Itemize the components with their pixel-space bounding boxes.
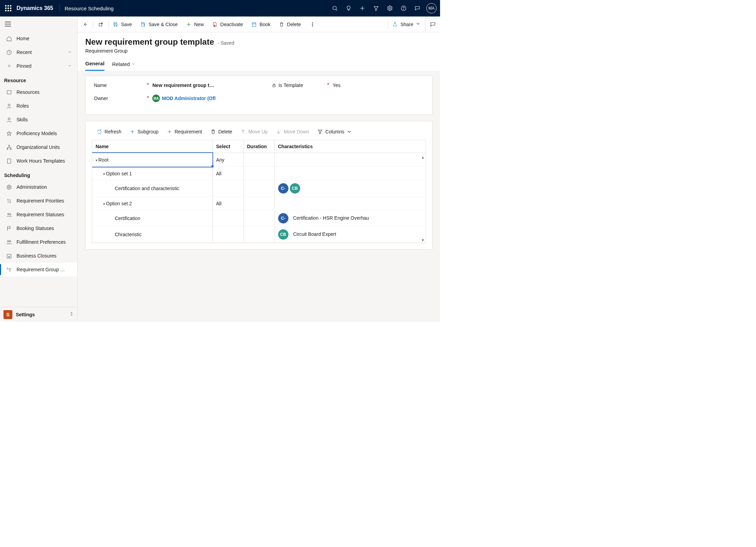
sidebar-item-proficiency[interactable]: Proficiency Models — [0, 127, 77, 140]
save-button[interactable]: Save — [109, 17, 136, 32]
characteristics-cell[interactable] — [274, 153, 426, 167]
name-cell[interactable]: ▾Root — [92, 153, 212, 167]
table-row[interactable]: Certification and characteristicC-CB — [92, 180, 426, 197]
chevron-down-icon[interactable]: ▾ — [96, 158, 98, 163]
add-icon[interactable] — [355, 0, 369, 17]
overflow-button[interactable] — [305, 17, 320, 32]
characteristics-cell[interactable]: C-CB — [274, 180, 426, 197]
search-icon[interactable] — [328, 0, 342, 17]
table-row[interactable]: CertificationC-Certification - HSR Engin… — [92, 210, 426, 227]
field-owner-value[interactable]: MOD Administrator (Ofl — [162, 96, 216, 101]
duration-cell[interactable] — [243, 210, 274, 227]
field-template-value[interactable]: Yes — [333, 83, 341, 88]
popout-button[interactable] — [93, 17, 108, 32]
select-cell[interactable] — [212, 210, 243, 227]
app-name[interactable]: Dynamics 365 — [17, 5, 53, 11]
person-icon — [6, 102, 12, 109]
columns-button[interactable]: Columns — [314, 128, 355, 136]
name-cell[interactable]: Certification and characteristic — [92, 180, 212, 197]
sidebar-item-roles[interactable]: Roles — [0, 99, 77, 113]
select-cell[interactable]: All — [212, 197, 243, 210]
sidebar-item-closures[interactable]: Business Closures — [0, 249, 77, 263]
name-cell[interactable]: ▾Option set 2 — [92, 197, 212, 210]
characteristic-chip[interactable]: C- — [278, 183, 288, 194]
sidebar-item-bookstatuses[interactable]: Booking Statuses — [0, 221, 77, 235]
chevron-down-icon[interactable]: ▾ — [103, 202, 105, 206]
name-cell[interactable]: Chracteristic — [92, 227, 212, 243]
select-cell[interactable] — [212, 180, 243, 197]
table-row[interactable]: ▾RootAny — [92, 153, 426, 167]
assistant-icon[interactable] — [410, 0, 424, 17]
select-cell[interactable]: All — [212, 167, 243, 180]
characteristic-chip[interactable]: CB — [278, 229, 288, 240]
duration-cell[interactable] — [243, 153, 274, 167]
duration-cell[interactable] — [243, 167, 274, 180]
lightbulb-icon[interactable] — [342, 0, 355, 17]
characteristics-cell[interactable] — [274, 167, 426, 180]
grid-scrollbar[interactable]: ▲ ▼ — [421, 155, 425, 242]
subgroup-button[interactable]: Subgroup — [126, 128, 162, 136]
command-bar: Save Save & Close New Deactivate Book De… — [78, 17, 440, 32]
sidebar-item-priorities[interactable]: Requirement Priorities — [0, 194, 77, 208]
characteristic-chip[interactable]: C- — [278, 213, 288, 223]
deactivate-button[interactable]: Deactivate — [208, 17, 247, 32]
share-button[interactable]: Share — [388, 17, 425, 32]
subgrid-card: Refresh Subgroup Requirement Delete Move… — [85, 121, 432, 250]
col-characteristics[interactable]: Characteristics — [274, 140, 426, 153]
collab-icon[interactable] — [425, 17, 440, 32]
table-row[interactable]: ▾Option set 2All — [92, 197, 426, 210]
sidebar-item-recent[interactable]: Recent — [0, 45, 77, 59]
field-name-value[interactable]: New requirement group t… — [152, 83, 214, 88]
tab-general[interactable]: General — [85, 58, 105, 71]
table-row[interactable]: ▾Option set 1All — [92, 167, 426, 180]
col-select[interactable]: Select — [212, 140, 243, 153]
book-label: Book — [260, 22, 271, 27]
gear-icon[interactable] — [383, 0, 397, 17]
sidebar-item-reqgroup[interactable]: Requirement Group … — [0, 263, 77, 276]
scroll-up-icon[interactable]: ▲ — [421, 155, 425, 159]
characteristics-cell[interactable] — [274, 197, 426, 210]
new-button[interactable]: New — [182, 17, 208, 32]
moveup-label: Move Up — [248, 129, 267, 134]
requirement-button[interactable]: Requirement — [163, 128, 206, 136]
save-close-button[interactable]: Save & Close — [136, 17, 182, 32]
sidebar-item-workhours[interactable]: Work Hours Templates — [0, 154, 77, 168]
field-name-label: Name — [94, 83, 145, 88]
duration-cell[interactable] — [243, 227, 274, 243]
user-avatar[interactable]: MA — [426, 3, 437, 13]
characteristic-chip[interactable]: CB — [290, 183, 300, 194]
select-cell[interactable] — [212, 227, 243, 243]
app-launcher-icon[interactable] — [3, 3, 13, 13]
name-cell[interactable]: Certification — [92, 210, 212, 227]
sidebar-item-orgunits[interactable]: Organizational Units — [0, 140, 77, 154]
sidebar-item-reqstatuses[interactable]: Requirement Statuses — [0, 208, 77, 221]
sidebar-item-skills[interactable]: Skills — [0, 113, 77, 127]
subgrid-delete-button[interactable]: Delete — [207, 128, 235, 136]
help-icon[interactable] — [397, 0, 410, 17]
sidebar-area-switcher[interactable]: S Settings — [0, 307, 77, 322]
characteristics-cell[interactable]: C-Certification - HSR Engine Overhau — [274, 210, 426, 227]
characteristics-cell[interactable]: CBCircuit Board Expert — [274, 227, 426, 243]
tab-related[interactable]: Related — [112, 58, 135, 71]
book-button[interactable]: Book — [247, 17, 275, 32]
refresh-button[interactable]: Refresh — [93, 128, 125, 136]
scroll-down-icon[interactable]: ▼ — [421, 238, 425, 242]
duration-cell[interactable] — [243, 197, 274, 210]
back-button[interactable] — [78, 17, 93, 32]
sidebar-item-administration[interactable]: Administration — [0, 180, 77, 194]
col-name[interactable]: Name — [92, 140, 212, 153]
sidebar-item-resources[interactable]: Resources — [0, 85, 77, 99]
sidebar-item-pinned[interactable]: Pinned — [0, 59, 77, 73]
table-row[interactable]: ChracteristicCBCircuit Board Expert — [92, 227, 426, 243]
chevron-down-icon[interactable]: ▾ — [103, 172, 105, 176]
filter-icon[interactable] — [369, 0, 383, 17]
sidebar-item-home[interactable]: Home — [0, 32, 77, 45]
sidebar-toggle-icon[interactable] — [0, 17, 77, 32]
sidebar-item-fulfillment[interactable]: Fulfillment Preferences — [0, 235, 77, 249]
select-cell[interactable]: Any — [212, 153, 243, 167]
delete-button[interactable]: Delete — [275, 17, 305, 32]
name-cell[interactable]: ▾Option set 1 — [92, 167, 212, 180]
subgrid-toolbar: Refresh Subgroup Requirement Delete Move… — [92, 126, 426, 140]
duration-cell[interactable] — [243, 180, 274, 197]
col-duration[interactable]: Duration — [243, 140, 274, 153]
